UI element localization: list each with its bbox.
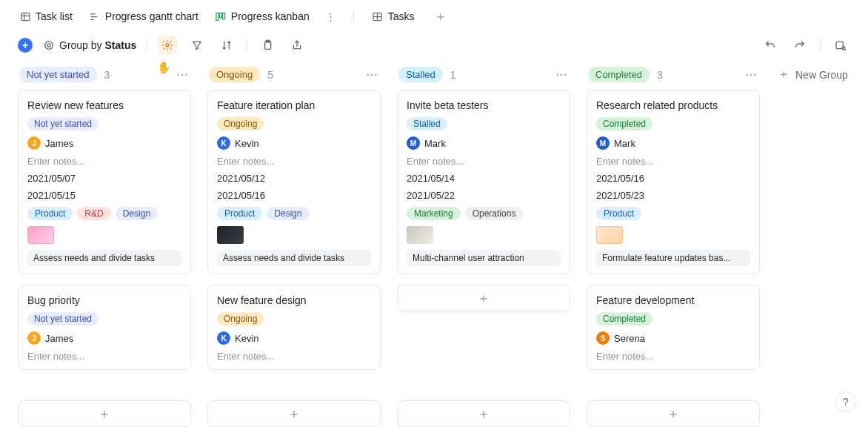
avatar: M <box>596 136 610 150</box>
column-more-button[interactable]: ⋯ <box>176 67 190 82</box>
assignee-name: Kevin <box>235 138 259 149</box>
column-count: 5 <box>267 69 273 81</box>
search-button[interactable] <box>831 36 850 55</box>
notes-placeholder[interactable]: Enter notes... <box>27 351 181 362</box>
add-card-button[interactable]: ＋ <box>397 285 570 311</box>
status-pill[interactable]: Stalled <box>398 67 443 82</box>
clipboard-button[interactable] <box>258 36 277 55</box>
assignee: SSerena <box>596 331 750 345</box>
add-card-button[interactable]: ＋ <box>587 400 760 427</box>
new-group-label: New Group <box>795 69 848 81</box>
card-title: Review new features <box>27 99 181 111</box>
card-title: New feature design <box>217 294 371 306</box>
notes-placeholder[interactable]: Enter notes... <box>596 351 750 362</box>
svg-rect-2 <box>220 13 222 17</box>
end-date: 2021/05/22 <box>407 190 561 201</box>
attachment-thumbnail[interactable] <box>407 226 433 244</box>
tag: Operations <box>465 207 524 220</box>
tag: R&D <box>77 207 110 220</box>
assignee-name: Kevin <box>235 333 259 344</box>
add-view-button[interactable]: ＋ <box>430 7 452 25</box>
tab-task-list[interactable]: Task list <box>18 7 74 25</box>
column-more-button[interactable]: ⋯ <box>745 67 758 82</box>
column-more-button[interactable]: ⋯ <box>555 67 569 82</box>
kanban-column: Ongoing5⋯Feature iteration planOngoingKK… <box>207 64 381 380</box>
kanban-card[interactable]: Bug priorityNot yet startedJJamesEnter n… <box>18 285 191 370</box>
redo-button[interactable] <box>790 36 809 55</box>
settings-button[interactable] <box>158 36 177 55</box>
status-pill[interactable]: Not yet started <box>19 67 97 82</box>
status-pill[interactable]: Ongoing <box>209 67 260 82</box>
assignee: JJames <box>27 136 181 150</box>
filter-button[interactable] <box>187 36 207 55</box>
help-button[interactable]: ? <box>835 391 856 412</box>
svg-point-7 <box>166 44 169 47</box>
group-by-control[interactable]: Group by Status <box>43 39 136 51</box>
grid-icon <box>372 10 384 22</box>
tab-label: Progress gantt chart <box>105 10 198 22</box>
tab-label: Task list <box>36 10 73 22</box>
notes-placeholder[interactable]: Enter notes... <box>27 156 181 167</box>
notes-placeholder[interactable]: Enter notes... <box>596 156 750 167</box>
tag-row: ProductDesign <box>217 207 371 220</box>
tag-row: ProductR&DDesign <box>27 207 181 220</box>
column-header: Stalled1⋯ <box>397 64 570 90</box>
share-button[interactable] <box>287 36 307 55</box>
card-title: Feature development <box>596 294 750 306</box>
assignee-name: Mark <box>614 138 635 149</box>
status-pill: Completed <box>596 117 652 130</box>
assignee-name: Serena <box>614 333 645 344</box>
add-card-button[interactable]: ＋ <box>18 400 191 427</box>
assignee: MMark <box>407 136 561 150</box>
divider <box>247 39 247 52</box>
kanban-card[interactable]: Research related productsCompletedMMarkE… <box>587 90 760 274</box>
svg-rect-3 <box>223 13 225 19</box>
column-header: Completed3⋯ <box>587 64 760 90</box>
grab-cursor-icon: ✋ <box>157 61 171 74</box>
tab-gantt[interactable]: Progress gantt chart <box>87 7 200 25</box>
svg-rect-0 <box>21 13 29 20</box>
sort-button[interactable] <box>217 36 236 55</box>
notes-placeholder[interactable]: Enter notes... <box>407 156 561 167</box>
avatar: M <box>407 136 420 150</box>
undo-button[interactable] <box>761 36 780 55</box>
attachment-thumbnail[interactable] <box>596 226 623 244</box>
add-record-button[interactable]: + <box>18 38 33 53</box>
tab-tasks[interactable]: Tasks <box>370 7 416 25</box>
table-icon <box>19 10 31 22</box>
attachment-thumbnail[interactable] <box>217 226 244 244</box>
kanban-card[interactable]: Feature developmentCompletedSSerenaEnter… <box>587 285 760 370</box>
notes-placeholder[interactable]: Enter notes... <box>217 156 371 167</box>
attachment-thumbnail[interactable] <box>27 226 54 244</box>
status-pill: Completed <box>596 312 652 325</box>
linked-record[interactable]: Multi-channel user attraction <box>407 250 561 266</box>
new-group-column: ＋New Group <box>776 64 868 85</box>
start-date: 2021/05/14 <box>407 173 561 184</box>
tab-more-icon[interactable]: ⋮ <box>324 11 337 22</box>
tag: Design <box>267 207 309 220</box>
avatar: S <box>596 331 610 345</box>
kanban-card[interactable]: Feature iteration planOngoingKKevinEnter… <box>207 90 381 274</box>
svg-point-5 <box>45 42 53 50</box>
add-card-button[interactable]: ＋ <box>397 400 570 427</box>
kanban-card[interactable]: Invite beta testersStalledMMarkEnter not… <box>397 90 570 274</box>
add-card-button[interactable]: ＋ <box>207 400 381 427</box>
kanban-card[interactable]: New feature designOngoingKKevinEnter not… <box>207 285 381 370</box>
status-pill[interactable]: Completed <box>588 67 650 82</box>
linked-record[interactable]: Assess needs and divide tasks <box>27 250 181 266</box>
kanban-board: Not yet started3⋯Review new featuresNot … <box>0 64 868 427</box>
column-header: Ongoing5⋯ <box>207 64 381 90</box>
tag: Product <box>27 207 73 220</box>
start-date: 2021/05/16 <box>596 173 750 184</box>
linked-record[interactable]: Assess needs and divide tasks <box>217 250 371 266</box>
kanban-card[interactable]: Review new featuresNot yet startedJJames… <box>18 90 191 274</box>
toolbar: + Group by Status <box>0 30 868 64</box>
status-pill: Ongoing <box>217 312 264 325</box>
new-group-button[interactable]: ＋New Group <box>776 64 868 85</box>
assignee: JJames <box>27 331 181 345</box>
tab-kanban[interactable]: Progress kanban <box>213 7 311 25</box>
notes-placeholder[interactable]: Enter notes... <box>217 351 371 362</box>
column-more-button[interactable]: ⋯ <box>366 67 379 82</box>
linked-record[interactable]: Formulate feature updates bas... <box>596 250 750 266</box>
tag: Product <box>596 207 641 220</box>
